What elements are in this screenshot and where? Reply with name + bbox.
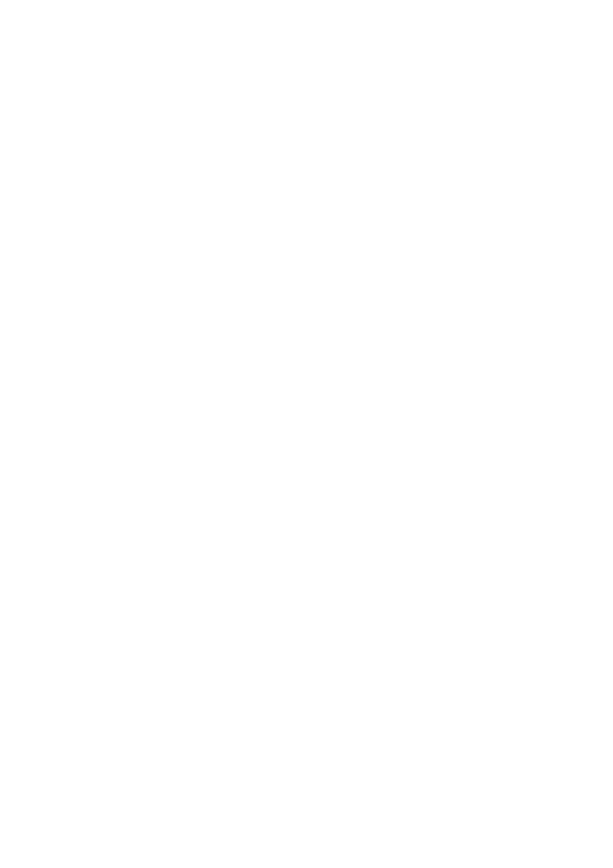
page: [0, 0, 613, 868]
